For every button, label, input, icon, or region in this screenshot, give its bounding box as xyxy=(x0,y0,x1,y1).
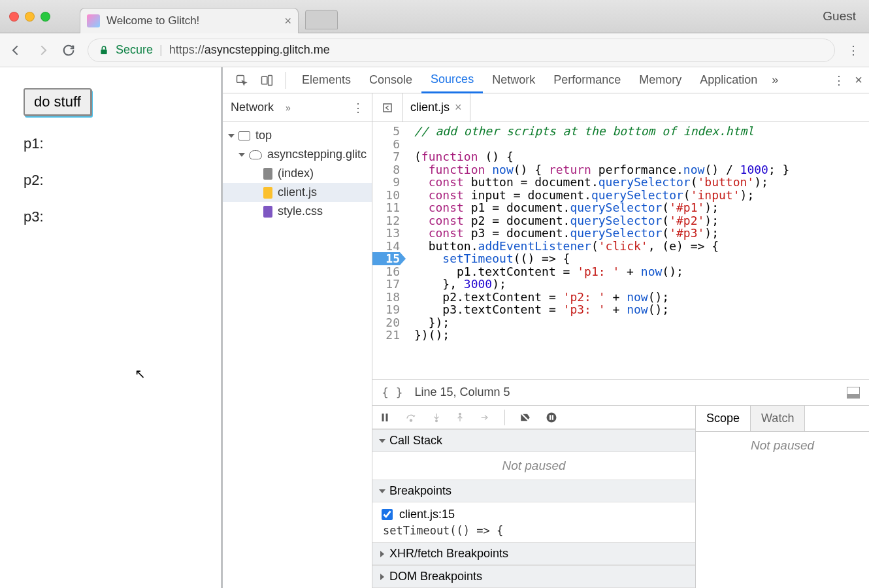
editor-pane: client.js× 56789101112131415161718192021… xyxy=(372,93,869,588)
navigator-overflow-icon[interactable]: » xyxy=(286,103,291,113)
devtools-tab-elements[interactable]: Elements xyxy=(293,67,360,93)
do-stuff-button[interactable]: do stuff xyxy=(24,88,91,116)
url: https://asyncstepping.glitch.me xyxy=(169,43,330,57)
devtools-close-button[interactable]: × xyxy=(855,73,862,88)
svg-rect-4 xyxy=(384,104,391,112)
pause-on-exceptions-icon[interactable] xyxy=(546,412,557,423)
scope-watch-tabs: Scope Watch xyxy=(696,406,869,432)
svg-point-8 xyxy=(436,420,438,422)
deactivate-breakpoints-icon[interactable] xyxy=(518,412,533,423)
svg-rect-13 xyxy=(552,415,553,420)
folder-icon xyxy=(238,131,250,140)
titlebar: Welcome to Glitch! × Guest xyxy=(0,0,869,33)
callstack-header[interactable]: Call Stack xyxy=(372,429,695,452)
svg-rect-5 xyxy=(382,414,384,421)
format-icon[interactable]: { } xyxy=(382,385,403,399)
tab-title: Welcome to Glitch! xyxy=(107,14,278,27)
p3-text: p3: xyxy=(24,208,197,225)
devtools-tab-performance[interactable]: Performance xyxy=(544,67,630,93)
code-editor[interactable]: 56789101112131415161718192021 // add oth… xyxy=(372,122,869,379)
svg-point-7 xyxy=(410,419,412,421)
page-viewport: do stuff p1: p2: p3: xyxy=(0,67,223,588)
devtools-tab-sources[interactable]: Sources xyxy=(421,67,483,93)
lock-icon xyxy=(99,44,109,56)
toolbar: Secure | https://asyncstepping.glitch.me… xyxy=(0,33,869,67)
pause-icon[interactable] xyxy=(379,412,391,423)
svg-rect-2 xyxy=(262,76,267,84)
cloud-icon xyxy=(249,150,262,159)
inspect-icon[interactable] xyxy=(233,72,250,89)
back-button[interactable] xyxy=(9,43,24,57)
devtools-menu-button[interactable]: ⋮ xyxy=(832,73,845,88)
devtools-tab-console[interactable]: Console xyxy=(360,67,421,93)
svg-point-9 xyxy=(459,413,461,415)
devtools-tab-memory[interactable]: Memory xyxy=(630,67,691,93)
svg-rect-3 xyxy=(269,75,272,85)
zoom-window-button[interactable] xyxy=(41,12,50,22)
editor-navigate-icon[interactable] xyxy=(372,93,402,122)
new-tab-button[interactable] xyxy=(305,10,338,29)
breakpoint-preview: setTimeout(() => { xyxy=(382,521,686,537)
tree-file-index[interactable]: (index) xyxy=(223,164,372,183)
file-icon xyxy=(263,168,272,180)
svg-rect-12 xyxy=(549,415,551,420)
svg-rect-6 xyxy=(386,414,388,421)
breakpoint-row[interactable]: client.js:15 setTimeout(() => { xyxy=(372,502,695,542)
tree-origin[interactable]: asyncstepping.glitc xyxy=(223,145,372,164)
breakpoint-checkbox[interactable] xyxy=(382,509,393,520)
xhr-breakpoints-header[interactable]: XHR/fetch Breakpoints xyxy=(372,542,695,565)
close-icon[interactable]: × xyxy=(455,101,462,114)
secure-label: Secure xyxy=(116,43,153,57)
tree-top[interactable]: top xyxy=(223,126,372,145)
navigator-menu-icon[interactable]: ⋮ xyxy=(352,101,364,115)
navigator-pane: Network » ⋮ top asyncstepping.glitc (ind… xyxy=(223,93,372,588)
minimize-window-button[interactable] xyxy=(25,12,35,22)
forward-button[interactable] xyxy=(35,43,50,57)
svg-rect-0 xyxy=(101,49,107,54)
callstack-not-paused: Not paused xyxy=(372,452,695,480)
tree-file-client-js[interactable]: client.js xyxy=(223,183,372,202)
toggle-drawer-icon[interactable] xyxy=(847,387,860,399)
address-bar[interactable]: Secure | https://asyncstepping.glitch.me xyxy=(88,39,835,62)
reload-button[interactable] xyxy=(61,43,76,57)
editor-status-bar: { } Line 15, Column 5 xyxy=(372,379,869,405)
dom-breakpoints-header[interactable]: DOM Breakpoints xyxy=(372,565,695,588)
step-over-icon[interactable] xyxy=(404,412,418,423)
device-icon[interactable] xyxy=(258,72,275,89)
cursor-position: Line 15, Column 5 xyxy=(415,385,510,399)
tab-close-icon[interactable]: × xyxy=(284,14,291,28)
close-window-button[interactable] xyxy=(9,12,19,22)
devtools-tabs: ElementsConsoleSourcesNetworkPerformance… xyxy=(223,67,869,93)
tree-file-style-css[interactable]: style.css xyxy=(223,202,372,221)
devtools-tab-application[interactable]: Application xyxy=(691,67,766,93)
panels-overflow-icon[interactable]: » xyxy=(772,73,778,87)
step-icon[interactable] xyxy=(478,412,491,423)
debugger-toolbar xyxy=(372,406,695,429)
devtools-tab-network[interactable]: Network xyxy=(483,67,544,93)
breakpoint-label: client.js:15 xyxy=(399,508,455,521)
window-controls xyxy=(9,12,50,22)
p1-text: p1: xyxy=(24,135,197,152)
step-out-icon[interactable] xyxy=(455,412,465,423)
file-tree: top asyncstepping.glitc (index) client.j… xyxy=(223,122,372,225)
step-into-icon[interactable] xyxy=(431,412,442,423)
profile-guest[interactable]: Guest xyxy=(823,9,856,24)
svg-point-11 xyxy=(547,412,557,422)
navigator-tab-network[interactable]: Network xyxy=(231,101,274,114)
browser-menu-button[interactable]: ⋮ xyxy=(847,43,860,57)
breakpoints-header[interactable]: Breakpoints xyxy=(372,480,695,502)
p2-text: p2: xyxy=(24,172,197,189)
editor-tab-client-js[interactable]: client.js× xyxy=(402,93,470,122)
browser-tab[interactable]: Welcome to Glitch! × xyxy=(80,8,299,33)
file-icon xyxy=(263,187,272,199)
file-icon xyxy=(263,206,272,218)
favicon-icon xyxy=(87,14,100,27)
scope-not-paused: Not paused xyxy=(696,432,869,459)
watch-tab[interactable]: Watch xyxy=(751,406,805,431)
scope-tab[interactable]: Scope xyxy=(696,406,751,431)
devtools: ElementsConsoleSourcesNetworkPerformance… xyxy=(223,67,869,588)
debugger-panel: Call Stack Not paused Breakpoints client… xyxy=(372,405,869,588)
